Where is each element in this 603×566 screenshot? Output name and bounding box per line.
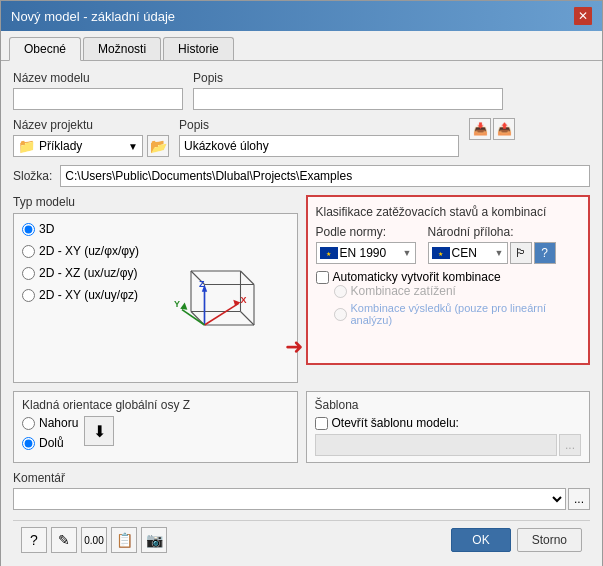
sablona-box: Šablona Otevřít šablonu modelu: ... xyxy=(306,391,591,463)
svg-line-1 xyxy=(240,271,254,285)
nazev-modelu-label: Název modelu xyxy=(13,71,183,85)
sablona-browse-btn: ... xyxy=(559,434,581,456)
projekt-value: Příklady xyxy=(39,139,124,153)
projekt-select-wrap: 📁 Příklady ▼ 📂 xyxy=(13,135,169,157)
radio-2d-xy1-input[interactable] xyxy=(22,245,35,258)
auto-kombinace-label: Automaticky vytvořit kombinace xyxy=(333,270,501,284)
narodni-priloha-label: Národní příloha: xyxy=(428,225,556,239)
popis2-label: Popis xyxy=(179,118,459,132)
kombinace-vysledku-row: Kombinace výsledků (pouze pro lineární a… xyxy=(334,302,581,326)
sablona-path-input xyxy=(315,434,558,456)
kombinace-vysledku-radio xyxy=(334,308,347,321)
popis-input[interactable] xyxy=(193,88,503,110)
ok-button[interactable]: OK xyxy=(451,528,510,552)
import-btn[interactable]: 📥 xyxy=(469,118,491,140)
priloha-arrow-icon: ▼ xyxy=(491,248,504,258)
arrow-indicator: ➜ xyxy=(285,336,303,358)
close-button[interactable]: ✕ xyxy=(574,7,592,25)
popis2-input[interactable] xyxy=(179,135,459,157)
bottom-section: Kladná orientace globální osy Z Nahoru D… xyxy=(13,391,590,463)
podle-normy-group: Podle normy: ★ EN 1990 ▼ xyxy=(316,225,416,264)
export-btn[interactable]: 📤 xyxy=(493,118,515,140)
tab-historie[interactable]: Historie xyxy=(163,37,234,60)
klasifikace-panel: Klasifikace zatěžovacích stavů a kombina… xyxy=(306,195,591,383)
edit-btn[interactable]: ✎ xyxy=(51,527,77,553)
komentar-row: ... xyxy=(13,488,590,510)
klasifikace-title: Klasifikace zatěžovacích stavů a kombina… xyxy=(316,205,581,219)
radio-2d-xz-input[interactable] xyxy=(22,267,35,280)
sablona-title: Šablona xyxy=(315,398,582,412)
footer-left-icons: ? ✎ 0.00 📋 📷 xyxy=(21,527,167,553)
help-btn[interactable]: ? xyxy=(21,527,47,553)
camera-btn[interactable]: 📷 xyxy=(141,527,167,553)
typ-modelu-box: 3D 2D - XY (uz/φx/φy) 2D - XZ (ux/uz/φy) xyxy=(13,213,298,383)
projekt-browse-button[interactable]: 📂 xyxy=(147,135,169,157)
norma-dropdown[interactable]: ★ EN 1990 ▼ xyxy=(316,242,416,264)
typ-modelu-panel: Typ modelu 3D 2D - XY (uz/φx/φy) xyxy=(13,195,298,383)
klasifikace-box: Klasifikace zatěžovacích stavů a kombina… xyxy=(306,195,591,365)
narodni-priloha-group: Národní příloha: ★ CEN ▼ 🏳 xyxy=(428,225,556,264)
dialog-title: Nový model - základní údaje xyxy=(11,9,175,24)
komentar-label: Komentář xyxy=(13,471,590,485)
storno-button[interactable]: Storno xyxy=(517,528,582,552)
priloha-icon-btn1[interactable]: 🏳 xyxy=(510,242,532,264)
komentar-btn[interactable]: ... xyxy=(568,488,590,510)
tab-bar: Obecné Možnosti Historie xyxy=(1,31,602,61)
auto-kombinace-group: Automaticky vytvořit kombinace Kombinace… xyxy=(316,270,581,326)
cen-flag-icon: ★ xyxy=(432,247,450,259)
radio-2d-xz-label: 2D - XZ (ux/uz/φy) xyxy=(39,266,137,280)
radio-2d-xy2-input[interactable] xyxy=(22,289,35,302)
svg-line-15 xyxy=(204,303,238,325)
decimal-btn[interactable]: 0.00 xyxy=(81,527,107,553)
cen-flag-wrap: ★ CEN xyxy=(432,246,477,260)
slozka-path-display: C:\Users\Public\Documents\Dlubal\Project… xyxy=(60,165,590,187)
folder-icon: 📁 xyxy=(18,138,35,154)
tab-moznosti[interactable]: Možnosti xyxy=(83,37,161,60)
title-bar: Nový model - základní údaje ✕ xyxy=(1,1,602,31)
komentar-select[interactable] xyxy=(13,488,566,510)
auto-kombinace-row: Automaticky vytvořit kombinace xyxy=(316,270,581,284)
norma-select-wrap: ★ EN 1990 ▼ xyxy=(316,242,416,264)
popis-group: Popis xyxy=(193,71,503,110)
priloha-info-btn[interactable]: ? xyxy=(534,242,556,264)
dropdown-arrow-icon: ▼ xyxy=(128,141,138,152)
typ-modelu-label: Typ modelu xyxy=(13,195,298,209)
kombinace-zatizeni-row: Kombinace zatížení xyxy=(334,284,581,298)
sablona-check-row: Otevřít šablonu modelu: xyxy=(315,416,582,430)
slozka-row: Složka: C:\Users\Public\Documents\Dlubal… xyxy=(13,165,590,187)
model-preview: Z X Y ➜ xyxy=(147,220,288,376)
dialog: Nový model - základní údaje ✕ Obecné Mož… xyxy=(0,0,603,566)
radio-2d-xy1: 2D - XY (uz/φx/φy) xyxy=(22,244,139,258)
orientace-radios: Nahoru Dolů xyxy=(22,416,78,450)
svg-marker-19 xyxy=(180,303,187,310)
clipboard-btn[interactable]: 📋 xyxy=(111,527,137,553)
orientace-inner: Nahoru Dolů ⬇ xyxy=(22,416,289,450)
tab-obecne[interactable]: Obecné xyxy=(9,37,81,61)
kombinace-options: Kombinace zatížení Kombinace výsledků (p… xyxy=(334,284,581,326)
nazev-modelu-input[interactable] xyxy=(13,88,183,110)
sablona-checkbox[interactable] xyxy=(315,417,328,430)
podle-normy-label: Podle normy: xyxy=(316,225,416,239)
footer-right-btns: OK Storno xyxy=(451,528,582,552)
svg-text:Y: Y xyxy=(174,299,180,309)
dolu-radio[interactable] xyxy=(22,437,35,450)
norma-row: Podle normy: ★ EN 1990 ▼ xyxy=(316,225,581,264)
orientace-icon-btn[interactable]: ⬇ xyxy=(84,416,114,446)
nazev-modelu-group: Název modelu xyxy=(13,71,183,110)
svg-text:X: X xyxy=(240,295,246,305)
radio-3d-input[interactable] xyxy=(22,223,35,236)
nahoru-radio[interactable] xyxy=(22,417,35,430)
slozka-label: Složka: xyxy=(13,169,52,183)
nahoru-label: Nahoru xyxy=(39,416,78,430)
model-3d-svg: Z X Y xyxy=(168,253,268,343)
kombinace-zatizeni-radio xyxy=(334,285,347,298)
komentar-section: Komentář ... xyxy=(13,471,590,510)
auto-kombinace-checkbox[interactable] xyxy=(316,271,329,284)
typ-modelu-radio-list: 3D 2D - XY (uz/φx/φy) 2D - XZ (ux/uz/φy) xyxy=(22,220,139,376)
radio-2d-xy1-label: 2D - XY (uz/φx/φy) xyxy=(39,244,139,258)
priloha-dropdown[interactable]: ★ CEN ▼ xyxy=(428,242,508,264)
priloha-select-wrap: ★ CEN ▼ 🏳 ? xyxy=(428,242,556,264)
popis2-group: Popis xyxy=(179,118,459,157)
footer: ? ✎ 0.00 📋 📷 OK Storno xyxy=(13,520,590,559)
svg-line-8 xyxy=(240,312,254,326)
